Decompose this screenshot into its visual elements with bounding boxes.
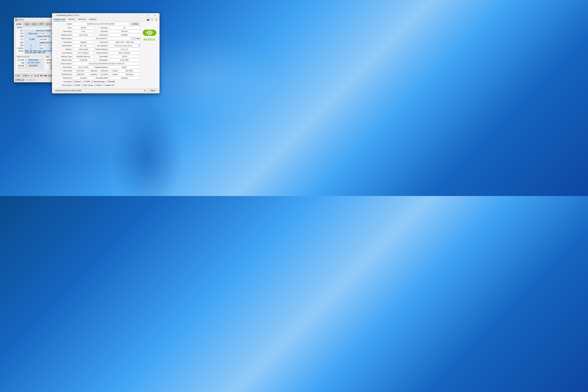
gpuz-directcompute-checkbox[interactable]: ✓ DirectCompute [92, 80, 105, 82]
gpuz-tech-row: Technology 5 nm Die Size 294 mm² [54, 30, 140, 33]
gpuz-revision-label: Revision [94, 26, 109, 29]
gpuz-title-bar[interactable]: ⚡ TechPowerUp GPU-Z 2.57.0 ─ ⬜ ✕ [52, 13, 160, 18]
gpuz-cuda-check: ✓ [83, 80, 85, 82]
gpuz-tab-advanced[interactable]: Advanced [78, 18, 86, 21]
gpuz-shaders-label: Shaders [54, 48, 73, 50]
gpuz-ray-tracing-label: Ray Tracing [84, 84, 93, 86]
gpuz-memory-type-row: Memory Type GDDR6X (Micron) Bus Width 19… [54, 55, 140, 58]
gpuz-icon: ⚡ [53, 14, 56, 16]
cpuz-core-speed-value: 5700.00 MHz [25, 59, 42, 61]
gpuz-technologies-values: ✓ Vulkan ✓ Ray Tracing ✓ PhysX ✓ OpenGL … [73, 84, 140, 86]
gpuz-driver-version-value: 31.0.15.5123 (NVIDIA 551.23) DCH / Win11… [73, 62, 140, 65]
cpuz-tab-mainboard[interactable]: 主板 [24, 22, 30, 26]
gpuz-close-button[interactable]: Close [147, 89, 158, 92]
cpuz-cores-value: 8P + 16E [40, 75, 47, 76]
cpuz-family-label: 系列 [16, 44, 24, 46]
gpuz-opengl-label: OpenGL 4.6 [106, 84, 114, 86]
gpuz-bandwidth-value: 513.8 GB/s [109, 58, 140, 62]
gpuz-uefi-label: UEFI [136, 38, 140, 40]
gpuz-default-clock-label: Default Clock [54, 73, 73, 76]
gpuz-uefi-checkbox[interactable]: ✓ [134, 38, 136, 40]
gpuz-tab-graphics-card[interactable]: Graphics Card [54, 18, 66, 21]
gpuz-shaders-value: 7168 Unified [73, 48, 94, 51]
cpuz-name-label: 名字 [16, 30, 24, 32]
gpuz-bios-label: BIOS Version [54, 37, 73, 40]
gpuz-minimize-button[interactable]: ─ [138, 13, 144, 18]
gpuz-name-row: Name NVIDIA GeForce RTX 4070 SUPER Looku… [54, 22, 140, 26]
gpuz-menu-button[interactable]: ☰ [155, 18, 158, 21]
svg-point-3 [149, 32, 150, 34]
cpuz-clock-section: 时钟 (P-Core #0) 核心速度 5700.00 MHz 倍频 x 57.… [15, 57, 43, 71]
gpuz-sli-label: NVIDIA SLI [54, 77, 73, 79]
gpuz-cuda-checkbox[interactable]: ✓ CUDA [83, 80, 90, 82]
gpuz-directx-label: DirectX Support [94, 48, 109, 50]
gpuz-toolbar: 📷 ↻ ☰ [146, 18, 158, 21]
cpuz-ext-model-label: 扩展型号 [37, 47, 45, 50]
cpuz-logo-text: CPU-Z [15, 78, 24, 82]
gpuz-directml-checkbox[interactable]: ✓ DirectML [106, 80, 115, 82]
gpuz-refresh-button[interactable]: ↻ [150, 18, 154, 21]
gpuz-physx-checkbox[interactable]: ✓ PhysX [94, 84, 102, 86]
cpuz-multiplier-value: x 57.0 (8.0 - 60.0) [25, 62, 42, 64]
gpuz-device-id-value: 10DE 2783 - 1458 4138 [109, 41, 140, 44]
gpuz-restore-button[interactable]: ⬜ [144, 13, 152, 18]
gpuz-computing-values: ✓ OpenCL ✓ CUDA ✓ DirectCompute ✓ Direct… [73, 80, 140, 83]
gpuz-default-memory-value: 1313 MHz [98, 73, 110, 76]
gpuz-device-id-label: Device ID [94, 41, 109, 43]
gpuz-technologies-row: Technologies ✓ Vulkan ✓ Ray Tracing ✓ Ph… [54, 83, 140, 87]
gpuz-fillrate-row: Pixel Fillrate 207.8 GPixel/s Texture Fi… [54, 51, 140, 55]
cpuz-codename-value: Raptor Lake [24, 32, 42, 35]
gpuz-physx-check: ✓ [94, 84, 96, 86]
gpuz-ray-tracing-checkbox[interactable]: ✓ Ray Tracing [82, 84, 93, 86]
gpuz-gpu-value: AD104 [73, 26, 94, 29]
gpuz-default-clock-value: 1980 MHz [73, 73, 88, 76]
cpuz-tab-processor[interactable]: 处理器 [14, 22, 23, 26]
cpuz-tech-value: 10 纳米 [24, 38, 40, 41]
cpuz-ext-family-value: 6 [24, 47, 37, 50]
gpuz-gpu-clock-row: GPU Clock 2012 MHz Memory 1338 MHz Boost… [54, 69, 140, 72]
gpuz-boost-label: Boost [110, 70, 118, 72]
gpuz-bios-value: 95.04.69.00.F7 [73, 37, 130, 40]
cpuz-tab-spd[interactable]: SPD [38, 22, 45, 26]
gpuz-window: ⚡ TechPowerUp GPU-Z 2.57.0 ─ ⬜ ✕ Graphic… [52, 13, 160, 93]
gpuz-release-label: Release Date [54, 34, 73, 36]
gpuz-physx-label: PhysX [97, 84, 102, 86]
cpuz-tech-label: 工艺 [16, 38, 24, 40]
cpuz-fsb-row: 锁定 FSB [16, 67, 42, 70]
cpuz-voltage-label: 核心电压 [40, 38, 48, 40]
gpuz-opencl-checkbox[interactable]: ✓ OpenCL [73, 80, 82, 82]
gpuz-gpu-row: GPU AD104 Revision A1 [54, 26, 140, 30]
gpuz-gpu-dropdown[interactable]: NVIDIA GeForce RTX 4070 SUPER [54, 89, 146, 92]
gpuz-driver-version-label: Driver Version [54, 62, 73, 65]
gpuz-tab-validation[interactable]: Validation [88, 18, 97, 21]
gpuz-technologies-label: Technologies [54, 84, 73, 86]
cpuz-tab-memory[interactable]: 内存 [30, 22, 38, 26]
cpuz-processor-dropdown[interactable]: 处理器 #1 [21, 74, 33, 77]
nvidia-eye-icon [142, 28, 157, 38]
cpuz-icon: 🔲 [15, 18, 18, 21]
gpuz-lookup-button[interactable]: Lookup [130, 22, 140, 26]
gpuz-bios-share-icon[interactable]: ↗ [131, 37, 133, 40]
gpuz-computing-label: Computing [54, 80, 73, 83]
gpuz-memory-size-label: Memory Size [54, 59, 73, 61]
cpuz-tdp-label: TDP [42, 32, 46, 34]
gpuz-opengl-checkbox[interactable]: ✓ OpenGL 4.6 [103, 84, 114, 86]
cpuz-package-label: 插槽 [16, 35, 24, 38]
gpuz-cuda-label: CUDA [85, 81, 90, 82]
gpuz-bus-help-icon[interactable]: ? [139, 44, 140, 47]
gpuz-default-clock-row: Default Clock 1980 MHz Memory 1313 MHz B… [54, 72, 140, 76]
gpuz-driver-version-row: Driver Version 31.0.15.5123 (NVIDIA 551.… [54, 62, 140, 66]
gpuz-tab-sensors[interactable]: Sensors [68, 18, 75, 21]
gpuz-vulkan-checkbox[interactable]: ✓ Vulkan [73, 84, 80, 86]
gpuz-bandwidth-label: Bandwidth [94, 59, 109, 61]
gpuz-camera-button[interactable]: 📷 [146, 18, 150, 21]
cpuz-core-speed-label: 核心速度 [16, 59, 25, 61]
gpuz-die-size-value: 294 mm² [109, 30, 140, 33]
cpuz-tab-graphics[interactable]: 显卡 [45, 22, 52, 26]
gpuz-default-memory-label: Memory [88, 74, 98, 75]
cpuz-fsb-value [25, 67, 42, 70]
cpuz-clock-title: 时钟 (P-Core #0) [16, 56, 30, 58]
gpuz-close-button[interactable]: ✕ [152, 13, 158, 18]
gpuz-bus-width-value: 192 bit [109, 55, 140, 58]
gpuz-sli-row: NVIDIA SLI Disabled Resizable BAR Disabl… [54, 76, 140, 80]
